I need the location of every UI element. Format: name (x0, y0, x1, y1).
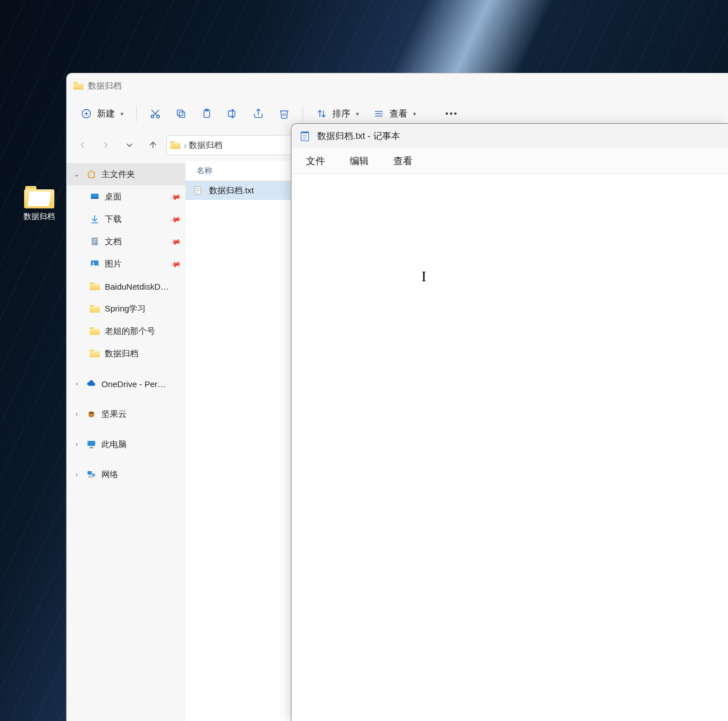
sidebar-item-archive[interactable]: 数据归档 (67, 342, 186, 365)
document-icon (89, 236, 100, 247)
explorer-titlebar[interactable]: 数据归档 (67, 73, 728, 98)
sidebar-item-home[interactable]: ⌄ 主文件夹 (67, 163, 186, 185)
chevron-down-icon[interactable]: ⌄ (72, 170, 81, 178)
svg-rect-44 (301, 132, 308, 141)
monitor-icon (86, 439, 97, 450)
chevron-right-icon[interactable]: › (72, 380, 81, 388)
sidebar-item-jianguo[interactable]: › 坚果云 (67, 403, 186, 425)
more-icon: ••• (446, 108, 458, 120)
menu-view[interactable]: 查看 (389, 151, 417, 171)
menu-edit[interactable]: 编辑 (345, 151, 373, 171)
desktop-icon (89, 191, 100, 202)
svg-rect-28 (93, 241, 96, 241)
rename-icon (226, 108, 239, 120)
svg-rect-23 (91, 198, 99, 199)
folder-icon (24, 184, 54, 208)
notepad-menubar: 文件 编辑 查看 (291, 148, 728, 174)
sidebar-item-baidu[interactable]: BaiduNetdiskDownload (67, 275, 186, 297)
sort-button[interactable]: 排序 ▾ (310, 104, 365, 123)
plus-circle-icon (80, 108, 92, 120)
sidebar-item-label: 此电脑 (101, 439, 127, 450)
sidebar-item-label: OneDrive - Personal (101, 379, 169, 389)
svg-rect-35 (89, 448, 94, 448)
view-list-icon (373, 108, 385, 120)
sidebar-item-label: 下载 (105, 214, 122, 225)
nav-up-button[interactable] (143, 135, 163, 155)
notepad-text-area[interactable]: I (291, 174, 728, 721)
sidebar-item-pictures[interactable]: 图片 📌 (67, 253, 186, 275)
pin-icon: 📌 (169, 235, 182, 247)
network-icon (86, 469, 97, 480)
view-button[interactable]: 查看 ▾ (367, 104, 422, 123)
notepad-icon (299, 131, 310, 142)
sidebar-item-desktop[interactable]: 桌面 📌 (67, 185, 186, 208)
chevron-right-icon[interactable]: › (72, 440, 81, 448)
sidebar-item-label: 网络 (101, 469, 118, 480)
sidebar-item-thispc[interactable]: › 此电脑 (67, 433, 186, 455)
breadcrumb-folder[interactable]: 数据归档 (189, 140, 222, 151)
svg-rect-27 (93, 239, 96, 240)
scissors-icon (149, 108, 161, 120)
new-button[interactable]: 新建 ▾ (75, 104, 129, 123)
sidebar-item-label: 主文件夹 (101, 169, 135, 180)
svg-rect-36 (87, 471, 92, 475)
sidebar-item-label: 文档 (105, 236, 122, 247)
sidebar-item-label: 数据归档 (105, 348, 138, 359)
pin-icon: 📌 (169, 213, 182, 225)
home-icon (86, 169, 97, 180)
sidebar-item-downloads[interactable]: 下载 📌 (67, 208, 186, 230)
sidebar-item-label: BaiduNetdiskDownload (105, 282, 172, 291)
sidebar-item-label: 老姐的那个号 (105, 326, 155, 337)
folder-icon (89, 348, 100, 359)
cloud-icon (86, 378, 97, 389)
svg-rect-7 (179, 112, 185, 118)
svg-rect-8 (177, 110, 183, 115)
folder-icon (89, 325, 100, 337)
chevron-down-icon: ▾ (120, 110, 124, 118)
folder-icon (170, 141, 180, 149)
sidebar-item-spring[interactable]: Spring学习 (67, 297, 186, 320)
sidebar-item-label: 坚果云 (101, 409, 127, 420)
menu-file[interactable]: 文件 (302, 151, 330, 171)
svg-rect-45 (301, 132, 308, 133)
rename-button[interactable] (221, 104, 244, 123)
sidebar-item-label: 桌面 (105, 192, 122, 202)
desktop-folder-archive[interactable]: 数据归档 (17, 184, 62, 222)
svg-rect-29 (93, 243, 95, 243)
sidebar-item-network[interactable]: › 网络 (67, 463, 186, 486)
explorer-sidebar: ⌄ 主文件夹 桌面 📌 下载 📌 (67, 161, 186, 721)
chevron-right-icon[interactable]: › (72, 471, 81, 478)
breadcrumb-separator: › (184, 141, 187, 150)
share-icon (252, 108, 265, 120)
pin-icon: 📌 (169, 190, 182, 202)
cut-button[interactable] (143, 104, 167, 123)
delete-button[interactable] (272, 104, 296, 123)
nav-forward-button[interactable] (96, 135, 116, 155)
view-label: 查看 (389, 108, 407, 120)
sort-icon (316, 108, 328, 120)
more-button[interactable]: ••• (440, 104, 463, 123)
download-icon (89, 213, 100, 225)
chevron-right-icon[interactable]: › (72, 410, 81, 418)
share-button[interactable] (247, 104, 270, 123)
sidebar-item-laojie[interactable]: 老姐的那个号 (67, 320, 186, 342)
new-label: 新建 (97, 108, 115, 120)
notepad-title: 数据归档.txt - 记事本 (317, 131, 400, 142)
toolbar-separator (136, 106, 137, 122)
notepad-titlebar[interactable]: 数据归档.txt - 记事本 (291, 124, 728, 148)
sidebar-item-label: Spring学习 (105, 304, 146, 314)
svg-rect-11 (229, 111, 235, 117)
sidebar-item-onedrive[interactable]: › OneDrive - Personal (67, 373, 186, 395)
svg-rect-34 (90, 447, 93, 448)
paste-button[interactable] (195, 104, 219, 123)
folder-icon (89, 281, 100, 292)
nav-recent-button[interactable] (119, 135, 140, 155)
nav-back-button[interactable] (72, 135, 92, 155)
column-name-label: 名称 (197, 166, 212, 176)
copy-icon (175, 108, 187, 120)
copy-button[interactable] (169, 104, 193, 123)
sidebar-item-documents[interactable]: 文档 📌 (67, 230, 186, 253)
sidebar-item-label: 图片 (105, 259, 122, 269)
desktop-folder-label: 数据归档 (17, 212, 62, 222)
chevron-down-icon: ▾ (356, 110, 359, 118)
